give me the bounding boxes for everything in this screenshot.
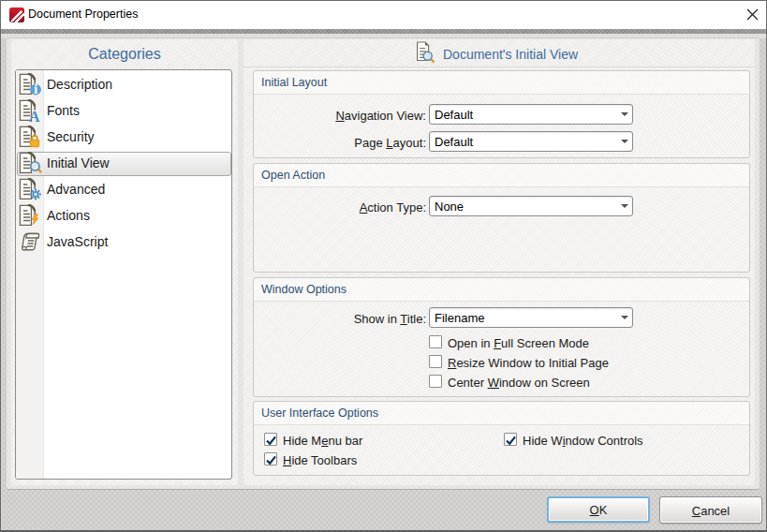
svg-text:i: i: [34, 82, 37, 96]
svg-text:A: A: [29, 109, 40, 125]
